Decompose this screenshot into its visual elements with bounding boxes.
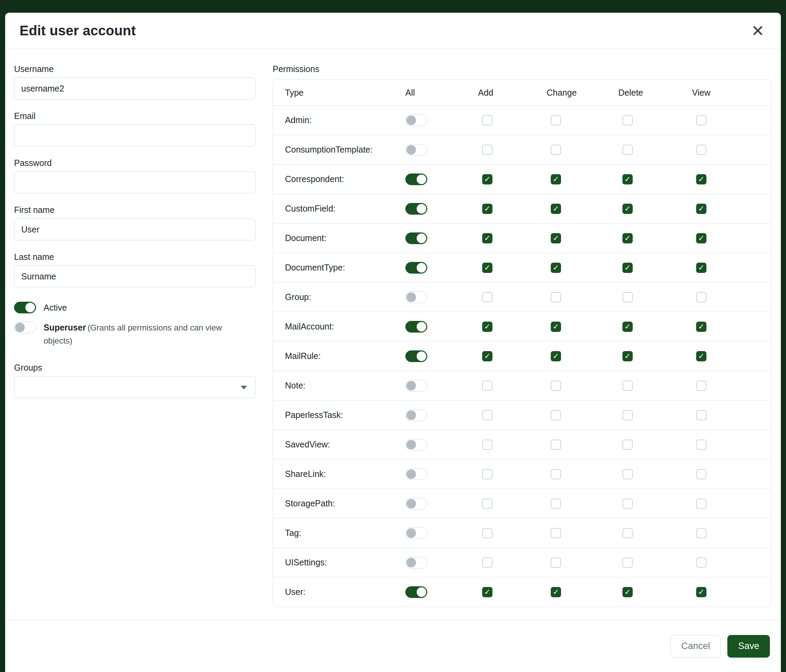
permission-delete-checkbox[interactable] [623, 528, 633, 538]
permission-delete-checkbox[interactable]: ✓ [623, 174, 633, 184]
permission-row: ShareLink: [273, 459, 771, 488]
permission-add-checkbox[interactable] [482, 292, 492, 302]
permission-add-checkbox[interactable] [482, 557, 492, 568]
permission-view-checkbox[interactable] [696, 145, 706, 155]
permission-add-checkbox[interactable] [482, 115, 492, 126]
permission-all-toggle[interactable] [406, 203, 427, 215]
permission-add-checkbox[interactable] [482, 469, 492, 479]
permission-view-checkbox[interactable]: ✓ [696, 351, 706, 361]
permission-delete-checkbox[interactable] [623, 469, 633, 479]
permission-all-toggle[interactable] [406, 350, 427, 362]
permission-view-checkbox[interactable]: ✓ [696, 204, 706, 214]
permission-delete-checkbox[interactable]: ✓ [623, 587, 633, 597]
permission-change-checkbox[interactable] [551, 145, 561, 155]
permission-delete-checkbox[interactable] [623, 499, 633, 509]
permission-view-checkbox[interactable] [696, 381, 706, 391]
permission-add-checkbox[interactable] [482, 381, 492, 391]
permission-delete-checkbox[interactable] [623, 440, 633, 450]
permission-change-checkbox[interactable] [551, 528, 561, 538]
permission-view-checkbox[interactable] [696, 410, 706, 420]
permission-delete-checkbox[interactable] [623, 292, 633, 302]
permission-change-checkbox[interactable]: ✓ [551, 351, 561, 361]
permission-delete-checkbox[interactable] [623, 145, 633, 155]
permission-add-checkbox[interactable]: ✓ [482, 263, 492, 273]
permission-change-checkbox[interactable] [551, 292, 561, 302]
permission-delete-checkbox[interactable] [623, 381, 633, 391]
permission-change-checkbox[interactable] [551, 440, 561, 450]
permission-add-checkbox[interactable]: ✓ [482, 587, 492, 597]
permission-add-checkbox[interactable] [482, 410, 492, 420]
active-toggle[interactable] [14, 302, 36, 313]
permission-change-checkbox[interactable]: ✓ [551, 204, 561, 214]
permission-all-toggle[interactable] [406, 321, 427, 333]
permission-all-toggle[interactable] [406, 262, 427, 273]
permission-add-checkbox[interactable] [482, 145, 492, 155]
permission-delete-checkbox[interactable]: ✓ [623, 322, 633, 332]
permission-change-checkbox[interactable] [551, 381, 561, 391]
permission-delete-checkbox[interactable]: ✓ [623, 351, 633, 361]
email-input[interactable] [14, 124, 255, 146]
permission-add-checkbox[interactable]: ✓ [482, 204, 492, 214]
permission-change-checkbox[interactable]: ✓ [551, 174, 561, 184]
password-input[interactable] [14, 171, 255, 193]
permission-add-checkbox[interactable] [482, 528, 492, 538]
permission-view-checkbox[interactable] [696, 292, 706, 302]
permission-view-checkbox[interactable]: ✓ [696, 174, 706, 184]
permission-add-checkbox[interactable]: ✓ [482, 322, 492, 332]
permission-view-checkbox[interactable]: ✓ [696, 233, 706, 243]
permission-all-toggle[interactable] [406, 557, 427, 568]
save-button[interactable]: Save [727, 635, 770, 658]
permission-delete-checkbox[interactable] [623, 410, 633, 420]
permission-delete-checkbox[interactable] [623, 115, 633, 126]
permission-view-checkbox[interactable]: ✓ [696, 587, 706, 597]
permission-delete-checkbox[interactable] [623, 557, 633, 568]
permission-all-toggle[interactable] [406, 380, 427, 391]
superuser-toggle[interactable] [14, 322, 36, 333]
permission-view-checkbox[interactable] [696, 115, 706, 126]
permission-view-checkbox[interactable] [696, 528, 706, 538]
permission-all-toggle[interactable] [406, 144, 427, 155]
permission-add-checkbox[interactable]: ✓ [482, 233, 492, 243]
permission-change-checkbox[interactable] [551, 410, 561, 420]
permission-all-toggle[interactable] [406, 586, 427, 598]
permission-all-toggle[interactable] [406, 291, 427, 303]
cancel-button[interactable]: Cancel [670, 635, 720, 658]
permission-all-toggle[interactable] [406, 498, 427, 509]
permissions-rows: Admin:ConsumptionTemplate:Correspondent:… [273, 105, 771, 606]
permission-change-checkbox[interactable]: ✓ [551, 322, 561, 332]
username-input[interactable] [14, 77, 255, 99]
permission-change-checkbox[interactable]: ✓ [551, 233, 561, 243]
permission-all-toggle[interactable] [406, 409, 427, 421]
permission-change-checkbox[interactable]: ✓ [551, 263, 561, 273]
groups-select[interactable] [14, 376, 255, 398]
permission-view-checkbox[interactable] [696, 469, 706, 479]
permission-row: Admin: [273, 105, 771, 135]
permission-view-checkbox[interactable]: ✓ [696, 322, 706, 332]
permission-change-checkbox[interactable]: ✓ [551, 587, 561, 597]
permission-all-toggle[interactable] [406, 468, 427, 480]
permission-add-checkbox[interactable]: ✓ [482, 174, 492, 184]
permission-all-toggle[interactable] [406, 173, 427, 185]
permission-add-checkbox[interactable] [482, 440, 492, 450]
permission-all-toggle[interactable] [406, 115, 427, 126]
permission-all-toggle[interactable] [406, 439, 427, 451]
permission-delete-checkbox[interactable]: ✓ [623, 263, 633, 273]
last-name-input[interactable] [14, 265, 255, 287]
permission-type-label: CustomField: [273, 204, 406, 214]
permission-all-toggle[interactable] [406, 232, 427, 244]
close-icon[interactable]: ✕ [749, 23, 766, 39]
permission-delete-checkbox[interactable]: ✓ [623, 233, 633, 243]
permission-change-checkbox[interactable] [551, 469, 561, 479]
permission-all-toggle[interactable] [406, 527, 427, 539]
permission-add-checkbox[interactable]: ✓ [482, 351, 492, 361]
permission-view-checkbox[interactable] [696, 557, 706, 568]
permission-change-checkbox[interactable] [551, 499, 561, 509]
permission-add-checkbox[interactable] [482, 499, 492, 509]
permission-view-checkbox[interactable]: ✓ [696, 263, 706, 273]
permission-delete-checkbox[interactable]: ✓ [623, 204, 633, 214]
permission-view-checkbox[interactable] [696, 440, 706, 450]
permission-view-checkbox[interactable] [696, 499, 706, 509]
first-name-input[interactable] [14, 218, 255, 240]
permission-change-checkbox[interactable] [551, 557, 561, 568]
permission-change-checkbox[interactable] [551, 115, 561, 126]
